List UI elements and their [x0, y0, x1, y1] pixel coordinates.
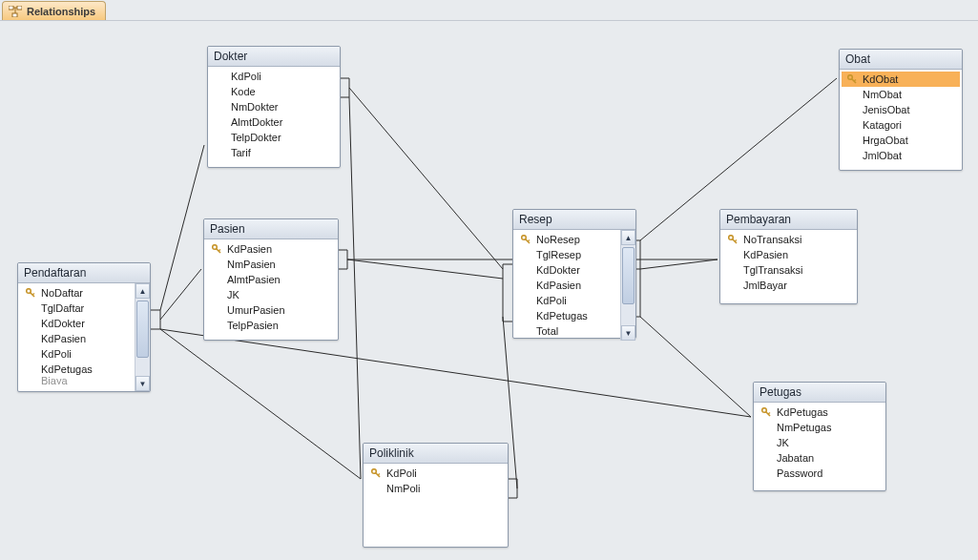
svg-rect-0 — [9, 6, 13, 10]
field-row[interactable]: TglTransaksi — [722, 262, 855, 278]
field-row[interactable]: NoDaftar — [20, 285, 133, 301]
svg-line-53 — [735, 240, 737, 242]
field-row[interactable]: KdPasien — [722, 247, 855, 262]
field-row[interactable]: JK — [206, 287, 336, 302]
field-row[interactable]: KdPoli — [210, 69, 338, 84]
tab-relationships[interactable]: Relationships — [2, 1, 106, 20]
field-name: HrgaObat — [863, 135, 908, 146]
field-row[interactable]: JK — [756, 435, 884, 450]
field-row[interactable]: Jabatan — [756, 450, 884, 466]
field-row[interactable]: KdDokter — [515, 262, 618, 278]
field-row[interactable]: AlmtPasien — [206, 272, 336, 287]
scroll-up-icon[interactable]: ▲ — [621, 230, 635, 245]
field-row[interactable]: KdPetugas — [20, 362, 133, 377]
field-name: NmObat — [863, 89, 902, 100]
field-row[interactable]: NmDokter — [210, 99, 338, 114]
scroll-up-icon[interactable]: ▲ — [135, 283, 150, 299]
relationships-canvas[interactable]: Pendaftaran NoDaftarTglDaftarKdDokterKdP… — [0, 21, 978, 560]
primary-key-icon — [760, 407, 773, 417]
table-title: Pembayaran — [720, 210, 857, 230]
svg-line-35 — [640, 317, 751, 417]
field-name: KdPetugas — [536, 310, 588, 321]
field-row[interactable]: NoResep — [515, 232, 618, 247]
field-row[interactable]: KdPasien — [515, 278, 618, 293]
field-name: JmlBayar — [743, 280, 787, 291]
field-row[interactable]: NmObat — [842, 87, 960, 102]
field-name: TglResep — [536, 249, 581, 260]
field-row[interactable]: HrgaObat — [842, 133, 960, 148]
table-petugas[interactable]: Petugas KdPetugasNmPetugasJKJabatanPassw… — [753, 382, 886, 491]
svg-line-15 — [349, 88, 503, 269]
svg-line-11 — [160, 329, 751, 417]
field-row[interactable]: KdPoli — [515, 293, 618, 308]
svg-line-56 — [768, 413, 770, 415]
scrollbar[interactable]: ▲ ▼ — [135, 283, 150, 391]
primary-key-icon — [845, 74, 859, 84]
scroll-thumb[interactable] — [136, 301, 149, 358]
field-row[interactable]: UmurPasien — [206, 302, 336, 318]
field-row[interactable]: Password — [756, 466, 884, 481]
field-name: Total — [536, 325, 558, 337]
field-row[interactable]: KdPoli — [365, 466, 506, 481]
field-list: KdPetugasNmPetugasJKJabatanPassword — [754, 403, 885, 490]
field-row[interactable]: JenisObat — [842, 102, 960, 117]
field-name: JmlObat — [863, 150, 902, 161]
field-row[interactable]: KdPetugas — [515, 308, 618, 323]
field-row[interactable]: Total — [515, 323, 618, 339]
scroll-track[interactable] — [135, 299, 150, 376]
field-name: Tarif — [231, 147, 251, 158]
tab-bar: Relationships — [0, 0, 978, 21]
field-row[interactable]: TglDaftar — [20, 301, 133, 316]
scroll-down-icon[interactable]: ▼ — [621, 325, 635, 341]
field-row[interactable]: TglResep — [515, 247, 618, 262]
field-row[interactable]: Tarif — [210, 145, 338, 160]
scroll-track[interactable] — [621, 245, 635, 325]
field-row[interactable]: KdPoli — [20, 346, 133, 362]
field-name: KdDokter — [41, 318, 85, 329]
field-name: KdPoli — [231, 71, 261, 82]
field-row[interactable]: TelpPasien — [206, 318, 336, 333]
table-poliklinik[interactable]: Poliklinik KdPoliNmPoli — [363, 443, 509, 548]
field-name: KdPasien — [41, 333, 86, 344]
field-row[interactable]: NmPasien — [206, 257, 336, 272]
field-row[interactable]: KdPetugas — [756, 404, 884, 420]
field-row[interactable]: JmlBayar — [722, 278, 855, 293]
field-row[interactable]: Katagori — [842, 117, 960, 133]
table-resep[interactable]: Resep NoResepTglResepKdDokterKdPasienKdP… — [512, 209, 636, 339]
svg-rect-2 — [12, 13, 17, 17]
table-title: Poliklinik — [364, 444, 508, 464]
field-name: AlmtPasien — [227, 274, 281, 285]
field-row[interactable]: Kode — [210, 84, 338, 99]
field-name: Katagori — [863, 119, 902, 131]
field-row[interactable]: JmlObat — [842, 148, 960, 163]
field-list: KdPasienNmPasienAlmtPasienJKUmurPasienTe… — [204, 239, 338, 340]
field-row[interactable]: AlmtDokter — [210, 114, 338, 130]
field-row[interactable]: KdPasien — [206, 241, 336, 257]
table-pendaftaran[interactable]: Pendaftaran NoDaftarTglDaftarKdDokterKdP… — [17, 262, 151, 392]
field-name: AlmtDokter — [231, 116, 282, 128]
table-obat[interactable]: Obat KdObatNmObatJenisObatKatagoriHrgaOb… — [839, 49, 963, 171]
table-title: Obat — [840, 50, 962, 70]
field-row[interactable]: TelpDokter — [210, 130, 338, 145]
field-row[interactable]: KdDokter — [20, 316, 133, 331]
scroll-down-icon[interactable]: ▼ — [135, 376, 150, 391]
tab-title: Relationships — [27, 6, 95, 17]
svg-line-50 — [854, 80, 856, 82]
scrollbar[interactable]: ▲ ▼ — [620, 230, 635, 341]
field-name: NoDaftar — [41, 287, 83, 299]
scroll-thumb[interactable] — [622, 247, 635, 304]
table-title: Pasien — [204, 219, 338, 239]
table-pasien[interactable]: Pasien KdPasienNmPasienAlmtPasienJKUmurP… — [203, 218, 339, 341]
svg-rect-1 — [17, 6, 22, 10]
table-pembayaran[interactable]: Pembayaran NoTransaksiKdPasienTglTransak… — [719, 209, 858, 304]
field-name: Jabatan — [777, 452, 814, 464]
field-row[interactable]: NoTransaksi — [722, 232, 855, 247]
field-row[interactable]: KdPasien — [20, 331, 133, 346]
field-row[interactable]: NmPetugas — [756, 420, 884, 435]
primary-key-icon — [369, 468, 383, 478]
table-dokter[interactable]: Dokter KdPoliKodeNmDokterAlmtDokterTelpD… — [207, 46, 341, 168]
field-name: KdPoli — [386, 467, 417, 479]
field-row[interactable]: KdObat — [842, 72, 960, 87]
field-name: KdObat — [863, 73, 898, 85]
field-row[interactable]: NmPoli — [365, 481, 506, 496]
